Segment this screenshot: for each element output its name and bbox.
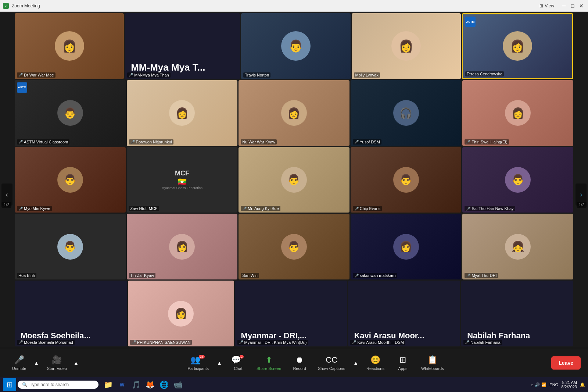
participants-chevron[interactable]: ▲ (215, 359, 223, 367)
mic-muted-icon12: 🎤 (466, 274, 470, 278)
chat-icon: 💬2 (231, 355, 245, 365)
mic-muted-icon13: 🎤 (18, 340, 23, 344)
video-cell-nabilah: Nabilah Farhana 🎤 Nabilah Farhana (461, 281, 573, 346)
mic-muted-icon7: 🎤 (18, 207, 23, 211)
taskbar-media[interactable]: 🎵 (129, 378, 143, 391)
mic-muted-icon8: 🎤 (242, 207, 247, 211)
video-cell-mollylynyak: 👩 Molly Lynyak (352, 13, 461, 79)
participant-name-porawon: 🎤 Porawon Nitjarunkul (129, 139, 173, 145)
participant-name-zawhttut: Zaw Htut, MCF (129, 206, 159, 211)
video-cell-dr-war-war-moe: 👩 🎤 Dr War War Moe (15, 13, 124, 79)
system-tray-icons: ⌂ 🔊 📶 (531, 382, 547, 387)
taskbar-file-explorer[interactable]: 📁 (101, 378, 115, 391)
participant-name-sanwin: San Win (241, 273, 259, 278)
participant-name-myominkywe: 🎤 Myo Min Kywe (17, 206, 52, 211)
minimize-button[interactable]: ─ (560, 2, 567, 10)
toolbar-center: 👥26 Participants ▲ 💬2 Chat ⬆ Share Scree… (184, 354, 448, 372)
grid-row-0: 👩 🎤 Dr War War Moe MM-Mya Mya T... 🎤 MM-… (15, 13, 573, 79)
taskbar-firefox[interactable]: 🦊 (143, 378, 157, 391)
tray-icon-2: 🔊 (535, 382, 540, 387)
taskbar-search[interactable]: 🔍 Type here to search (18, 381, 98, 389)
video-off-icon: 🎥 (52, 355, 62, 365)
participant-name-nuwarwarkyaw: Nu War War Kyaw (241, 139, 277, 145)
notification-icon[interactable]: 🔔 (580, 382, 585, 387)
reactions-button[interactable]: 😊 Reactions (363, 354, 388, 372)
prev-page-button[interactable]: ‹ (1, 183, 12, 206)
video-cell-hoabinh: 👨 Hoa Binh (15, 214, 126, 279)
video-cell-yusofdsm: 🎧 🎤 Yusof DSM (351, 80, 462, 146)
title-bar-right: ⊞ View ─ □ ✕ (539, 2, 585, 10)
search-placeholder: Type here to search (30, 382, 69, 387)
tray-icon-1: ⌂ (531, 382, 534, 387)
start-video-button[interactable]: 🎥 Start Video (43, 354, 71, 372)
video-cell-chipevans: 👨 🎤 Chip Evans (351, 147, 462, 213)
share-screen-label: Share Screen (257, 366, 281, 371)
share-screen-button[interactable]: ⬆ Share Screen (253, 354, 285, 372)
window-title: Zoom Meeting (12, 3, 40, 8)
taskbar-zoom[interactable]: 📹 (171, 378, 184, 391)
video-cell-mmyamyathan: MM-Mya Mya T... 🎤 MM-Mya Mya Than (125, 13, 240, 79)
language-indicator: ENG (549, 382, 558, 387)
close-button[interactable]: ✕ (578, 2, 585, 10)
participants-icon: 👥26 (190, 355, 206, 365)
mcf-logo: MCF (175, 170, 189, 177)
grid-row-2: 👨 🎤 Myo Min Kywe MCF 🇲🇲 Myanmar Chess Fe… (15, 147, 573, 213)
participants-badge: 26 (199, 355, 205, 359)
participant-name-drwarwarmoe: 🎤 Dr War War Moe (17, 72, 55, 78)
participant-name-tinzarkyaw: Tin Zar Kyaw (129, 273, 155, 278)
mic-muted-icon16: 🎤 (352, 340, 356, 344)
maximize-button[interactable]: □ (569, 2, 576, 10)
mic-muted-icon17: 🎤 (465, 340, 469, 344)
show-captions-label: Show Captions (318, 366, 345, 371)
video-cell-porawon: 👩 🎤 Porawon Nitjarunkul (127, 80, 238, 146)
tray-icon-network: 📶 (541, 382, 546, 387)
video-cell-astm: ASTM 👨 🎤 ASTM Virtual Classroom (15, 80, 126, 146)
zoom-shield-icon: ✓ (3, 3, 9, 9)
taskbar-word[interactable]: W (115, 378, 129, 391)
mic-muted-icon10: 🎤 (466, 207, 470, 211)
apps-button[interactable]: ⊞ Apps (391, 354, 415, 372)
grid-row-4: Moesfa Soeheila... 🎤 Moesfa Soeheila Moh… (15, 281, 573, 346)
record-label: Record (293, 366, 306, 371)
mic-muted-icon11: 🎤 (354, 274, 359, 278)
reactions-icon: 😊 (370, 355, 380, 365)
toolbar-left: 🎤 Unmute ▲ 🎥 Start Video ▲ (7, 354, 80, 372)
whiteboards-icon: 📋 (427, 355, 437, 365)
video-cell-myanmar-dri: Myanmar - DRI,... 🎤 Myanmar - DRI, Khin … (235, 281, 347, 346)
record-icon: ⏺ (295, 355, 304, 365)
chat-badge: 2 (240, 355, 244, 359)
video-cell-zawhttut: MCF 🇲🇲 Myanmar Chess Federation Zaw Htut… (127, 147, 238, 213)
mic-muted-icon14: 🎤 (132, 340, 136, 344)
video-cell-myominkywe: 👨 🎤 Myo Min Kywe (15, 147, 126, 213)
show-captions-button[interactable]: CC Show Captions (314, 354, 349, 372)
whiteboards-button[interactable]: 📋 Whiteboards (417, 354, 448, 372)
mic-muted-icon4: 🎤 (130, 140, 135, 144)
unmute-chevron[interactable]: ▲ (32, 359, 40, 367)
next-page-button[interactable]: › (576, 183, 587, 206)
start-button[interactable]: ⊞ (3, 378, 16, 391)
taskbar-browser[interactable]: 🌐 (157, 378, 171, 391)
participant-name-myanmar-dri: 🎤 Myanmar - DRI, Khin Mya Win(Dr.) (237, 340, 308, 345)
video-cell-tinzarkyaw: 👩 Tin Zar Kyaw (127, 214, 238, 279)
mic-muted-icon: 🎤 (18, 73, 23, 77)
participants-button[interactable]: 👥26 Participants (184, 354, 212, 372)
apps-label: Apps (398, 366, 407, 371)
record-button[interactable]: ⏺ Record (288, 354, 311, 372)
captions-chevron[interactable]: ▲ (352, 359, 360, 367)
share-screen-icon: ⬆ (266, 355, 272, 365)
leave-button[interactable]: Leave (551, 356, 581, 370)
taskbar-apps: 📁 W 🎵 🦊 🌐 📹 (100, 378, 530, 391)
unmute-button[interactable]: 🎤 Unmute (7, 354, 31, 372)
clock: 8:21 AM 8/2/2023 (561, 380, 577, 389)
video-chevron[interactable]: ▲ (72, 359, 80, 367)
grid-row-3: 👨 Hoa Binh 👩 Tin Zar Kyaw 👨 (15, 214, 573, 279)
participant-name-myatthu: 🎤 Myat Thu-DRI (465, 273, 498, 278)
chat-button[interactable]: 💬2 Chat (226, 354, 250, 372)
mcf-subtitle: Myanmar Chess Federation (162, 186, 202, 190)
view-button[interactable]: ⊞ View (539, 3, 554, 8)
captions-icon: CC (326, 355, 337, 365)
participant-name-nabilah: 🎤 Nabilah Farhana (463, 340, 502, 345)
mic-off-icon: 🎤 (14, 355, 24, 365)
participant-name-kavi: 🎤 Kavi Arasu Moorthi - DSM (350, 340, 405, 345)
whiteboards-label: Whiteboards (421, 366, 444, 371)
